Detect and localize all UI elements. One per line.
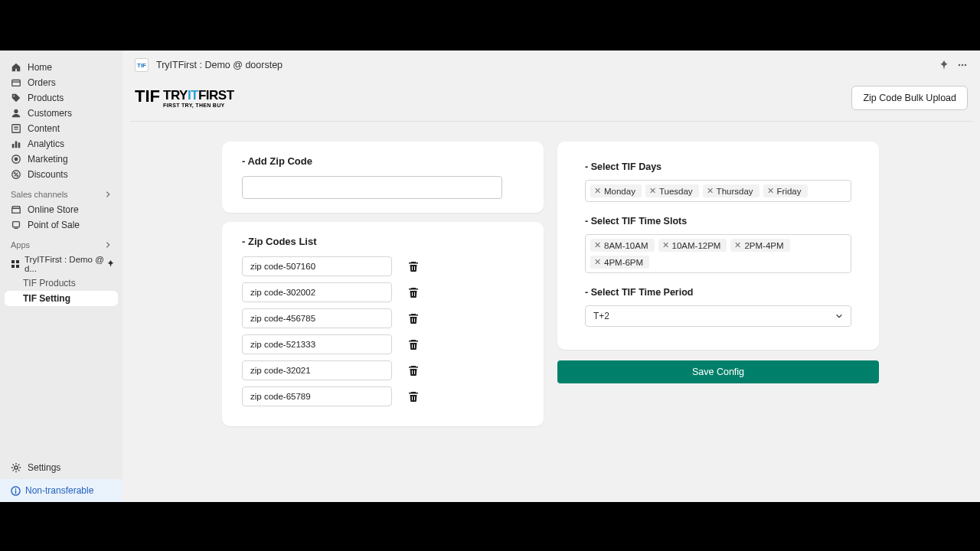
tif-period-select[interactable]: T+2 [585, 305, 851, 327]
zip-code-box[interactable]: zip code-32021 [242, 360, 392, 380]
tif-days-title: - Select TIF Days [585, 161, 851, 172]
save-config-button[interactable]: Save Config [557, 360, 879, 383]
chip-remove-icon[interactable]: ✕ [767, 186, 774, 196]
subnav-tif-setting[interactable]: TIF Setting [5, 291, 118, 306]
breadcrumb-title: TryITFirst : Demo @ doorstep [156, 60, 283, 70]
main-content: TIF TryITFirst : Demo @ doorstep TIF TRY… [122, 51, 980, 502]
trash-icon[interactable] [407, 260, 420, 272]
banner-label: Non-transferable [25, 485, 93, 496]
tif-days-field[interactable]: ✕Monday✕Tuesday✕Thursday✕Friday [585, 180, 851, 202]
zip-code-box[interactable]: zip code-521333 [242, 334, 392, 354]
chip-remove-icon[interactable]: ✕ [734, 240, 741, 250]
logo-it: IT [188, 88, 198, 103]
more-icon[interactable] [957, 60, 968, 70]
nav-label: Settings [28, 462, 60, 473]
nav-label: Online Store [28, 204, 79, 215]
nav-label: Orders [28, 77, 56, 88]
trash-icon[interactable] [407, 312, 420, 324]
nav-label: Analytics [28, 139, 64, 149]
nav-label: Content [28, 123, 60, 134]
pin-icon[interactable] [939, 60, 949, 70]
chip-remove-icon[interactable]: ✕ [594, 257, 601, 267]
bulk-upload-button[interactable]: Zip Code Bulk Upload [851, 86, 968, 110]
day-chip[interactable]: ✕Tuesday [645, 184, 699, 197]
svg-rect-14 [16, 260, 19, 263]
subnav-tif-products[interactable]: TIF Products [0, 276, 122, 291]
zip-code-box[interactable]: zip code-456785 [242, 308, 392, 328]
chip-remove-icon[interactable]: ✕ [649, 186, 656, 196]
analytics-icon [11, 139, 21, 149]
nav-marketing[interactable]: Marketing [0, 152, 122, 167]
zip-row: zip code-65789 [242, 386, 530, 406]
slot-chip[interactable]: ✕8AM-10AM [590, 239, 655, 252]
nav-pos[interactable]: Point of Sale [0, 217, 122, 233]
brand-bar: TIF TRYITFIRST FIRST TRY, THEN BUY Zip C… [130, 80, 972, 122]
chip-label: 8AM-10AM [604, 241, 648, 250]
section-label: Apps [11, 240, 30, 249]
nav-discounts[interactable]: Discounts [0, 167, 122, 182]
day-chip[interactable]: ✕Monday [590, 184, 642, 197]
slot-chip[interactable]: ✕10AM-12PM [658, 239, 727, 252]
apps-header[interactable]: Apps [0, 233, 122, 253]
store-icon [11, 204, 21, 215]
svg-point-17 [15, 466, 18, 469]
svg-point-2 [14, 109, 18, 113]
nav-label: Discounts [28, 169, 68, 180]
nav-products[interactable]: Products [0, 90, 122, 106]
app-icon [11, 259, 20, 269]
nav-online-store[interactable]: Online Store [0, 202, 122, 217]
app-pinned-row[interactable]: TryITFirst : Demo @ d... [0, 253, 122, 276]
slot-chip[interactable]: ✕2PM-4PM [730, 239, 789, 252]
svg-point-1 [14, 96, 15, 97]
nav-label: Products [28, 93, 64, 103]
chip-remove-icon[interactable]: ✕ [662, 240, 669, 250]
info-icon [11, 486, 21, 496]
slot-chip[interactable]: ✕4PM-6PM [590, 256, 649, 269]
nav-customers[interactable]: Customers [0, 106, 122, 121]
sales-channels-header[interactable]: Sales channels [0, 182, 122, 202]
zip-row: zip code-521333 [242, 334, 530, 354]
svg-point-21 [965, 64, 966, 66]
day-chip[interactable]: ✕Friday [763, 184, 808, 197]
breadcrumb: TIF TryITFirst : Demo @ doorstep [122, 51, 980, 80]
content-icon [11, 123, 21, 134]
zip-row: zip code-507160 [242, 256, 530, 276]
chip-remove-icon[interactable]: ✕ [594, 240, 601, 250]
svg-point-20 [962, 64, 963, 66]
zip-code-box[interactable]: zip code-507160 [242, 256, 392, 276]
svg-rect-6 [18, 142, 21, 148]
chip-label: Tuesday [659, 187, 693, 196]
chip-label: 2PM-4PM [744, 241, 783, 250]
svg-rect-12 [13, 222, 20, 227]
zip-code-box[interactable]: zip code-302002 [242, 282, 392, 302]
logo-first: FIRST [198, 88, 234, 103]
zip-code-input[interactable] [242, 176, 502, 199]
nav-home[interactable]: Home [0, 60, 122, 75]
sidebar: Home Orders Products Customers Content A… [0, 51, 122, 502]
trash-icon[interactable] [407, 364, 420, 377]
chip-remove-icon[interactable]: ✕ [594, 186, 601, 196]
trash-icon[interactable] [407, 286, 420, 298]
chevron-right-icon [104, 191, 112, 198]
section-label: Sales channels [11, 190, 68, 199]
app-badge-icon: TIF [135, 58, 149, 72]
logo: TIF TRYITFIRST FIRST TRY, THEN BUY [135, 89, 234, 108]
home-icon [11, 62, 21, 73]
pin-icon[interactable] [106, 259, 115, 269]
tif-config-card: - Select TIF Days ✕Monday✕Tuesday✕Thursd… [557, 142, 879, 350]
trash-icon[interactable] [407, 338, 420, 350]
tif-slots-field[interactable]: ✕8AM-10AM✕10AM-12PM✕2PM-4PM✕4PM-6PM [585, 234, 851, 273]
svg-point-11 [17, 175, 18, 176]
nav-content[interactable]: Content [0, 121, 122, 136]
chip-remove-icon[interactable]: ✕ [707, 186, 714, 196]
zip-list-scroll[interactable]: zip code-507160zip code-302002zip code-4… [242, 256, 534, 412]
nav-orders[interactable]: Orders [0, 75, 122, 90]
nav-settings[interactable]: Settings [0, 456, 122, 479]
nav-analytics[interactable]: Analytics [0, 136, 122, 152]
trash-icon[interactable] [407, 390, 420, 403]
orders-icon [11, 77, 21, 88]
chip-label: Thursday [717, 187, 753, 196]
zip-code-box[interactable]: zip code-65789 [242, 386, 392, 406]
day-chip[interactable]: ✕Thursday [703, 184, 760, 197]
select-value: T+2 [593, 311, 609, 321]
